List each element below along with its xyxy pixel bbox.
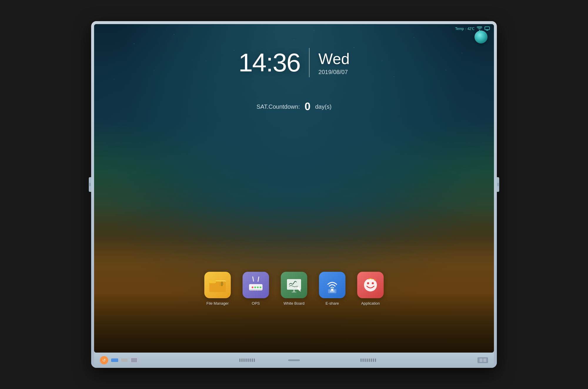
wifi-icon [477, 26, 482, 31]
app-icon-application: ★ [357, 272, 384, 298]
app-item-file-manager[interactable]: File Manager [204, 272, 231, 306]
svg-point-30 [372, 282, 374, 284]
clock-day: Wed [318, 50, 350, 68]
countdown-label: SAT.Countdown: [256, 103, 300, 110]
countdown-number: 0 [305, 100, 310, 113]
monitor-status-icon [485, 26, 490, 31]
camera-orb [475, 31, 487, 43]
bottom-right-controls [477, 357, 488, 363]
app-item-ops[interactable]: OPS [243, 272, 269, 306]
svg-rect-23 [293, 290, 295, 292]
bottom-center-indicator [288, 359, 300, 361]
svg-text:★: ★ [373, 278, 376, 281]
clock-date-section: Wed 2019/08/07 [318, 50, 350, 76]
speaker-left [235, 357, 259, 363]
right-side-button[interactable] [497, 177, 499, 192]
svg-rect-18 [249, 289, 263, 291]
app-label-eshare: E-share [325, 301, 339, 306]
clock-date: 2019/08/07 [318, 69, 350, 76]
svg-rect-12 [258, 276, 259, 282]
temp-display: Temp：42℃ [455, 26, 475, 31]
svg-rect-6 [209, 280, 216, 283]
input-select-button[interactable] [477, 357, 488, 363]
app-label-application: Application [361, 301, 380, 306]
svg-rect-1 [497, 183, 499, 186]
app-icon-eshare [319, 272, 345, 298]
countdown-section: SAT.Countdown: 0 day(s) [256, 100, 331, 113]
svg-point-16 [257, 286, 259, 288]
svg-rect-24 [292, 292, 296, 292]
countdown-unit: day(s) [315, 103, 332, 110]
clock-section: 14:36 Wed 2019/08/07 [238, 48, 350, 78]
app-icon-file-manager [204, 272, 231, 298]
svg-rect-0 [89, 183, 91, 186]
svg-point-14 [252, 286, 253, 288]
svg-rect-10 [221, 281, 223, 286]
monitor-outer: Temp：42℃ [91, 21, 497, 368]
bottom-left-controls: ↺ [100, 356, 138, 364]
apps-row: File Manager [204, 272, 384, 306]
clock-divider [309, 48, 310, 77]
app-item-whiteboard[interactable]: White Board [281, 272, 307, 306]
clock-time: 14:36 [238, 48, 300, 78]
screen-bezel: Temp：42℃ [94, 24, 494, 353]
status-bar: Temp：42℃ [455, 26, 490, 31]
svg-point-15 [254, 286, 256, 288]
app-icon-ops [243, 272, 269, 298]
svg-rect-27 [330, 290, 335, 292]
svg-rect-11 [252, 276, 254, 281]
svg-point-29 [367, 282, 369, 284]
app-label-whiteboard: White Board [283, 301, 305, 306]
screen: Temp：42℃ [94, 24, 494, 353]
app-label-ops: OPS [252, 301, 260, 306]
usb-port-1 [111, 358, 118, 362]
svg-point-17 [260, 286, 261, 288]
app-item-eshare[interactable]: E-share [319, 272, 345, 306]
screen-source-btn[interactable] [131, 358, 138, 363]
left-side-button[interactable] [89, 177, 91, 192]
app-label-file-manager: File Manager [206, 301, 229, 306]
bottom-bar: ↺ [94, 353, 494, 368]
app-icon-whiteboard [281, 272, 307, 298]
usb-port-2 [121, 358, 128, 362]
svg-rect-2 [485, 27, 490, 30]
refresh-button[interactable]: ↺ [100, 356, 108, 364]
app-item-application[interactable]: ★ Application [357, 272, 384, 306]
speaker-right [356, 357, 380, 363]
